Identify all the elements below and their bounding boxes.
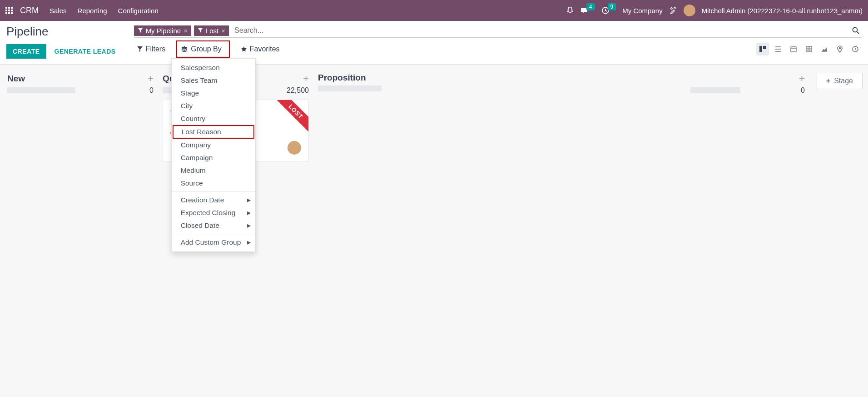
search-input[interactable] (232, 25, 847, 36)
column-value: 22,500 (283, 86, 309, 95)
list-view-button[interactable] (772, 43, 784, 55)
groupby-campaign[interactable]: Campaign (172, 151, 255, 164)
messages-badge: 4 (586, 3, 595, 10)
chip-label: Lost (206, 27, 218, 35)
divider (172, 191, 255, 192)
kanban-column-proposition: Proposition (316, 73, 407, 91)
divider (172, 234, 255, 234)
add-card-button[interactable]: + (303, 73, 309, 85)
groupby-country[interactable]: Country (172, 112, 255, 125)
activities-icon[interactable]: 9 (601, 6, 616, 15)
caret-right-icon: ▸ (247, 196, 251, 204)
filter-chip-lost[interactable]: Lost × (194, 25, 229, 36)
svg-rect-5 (11, 10, 13, 11)
groupby-button[interactable]: Group By (176, 40, 230, 58)
svg-rect-12 (763, 46, 766, 49)
pivot-view-button[interactable] (803, 43, 815, 55)
column-value: 0 (797, 86, 805, 95)
close-icon[interactable]: × (184, 27, 188, 35)
caret-right-icon: ▸ (247, 221, 251, 230)
svg-rect-13 (791, 47, 796, 52)
caret-right-icon: ▸ (247, 238, 251, 246)
add-card-button[interactable]: + (148, 73, 154, 85)
groupby-medium[interactable]: Medium (172, 164, 255, 177)
groupby-company[interactable]: Company (172, 139, 255, 151)
svg-rect-14 (806, 46, 812, 52)
page-title: Pipeline (6, 25, 116, 39)
nav-menu: Sales Reporting Configuration (50, 7, 159, 15)
map-view-button[interactable] (833, 43, 846, 55)
kanban-column-hidden: n + 0 (689, 73, 807, 93)
groupby-stage[interactable]: Stage (172, 87, 255, 100)
groupby-creation-date[interactable]: Creation Date ▸ (172, 194, 255, 206)
apps-icon[interactable] (5, 7, 13, 14)
svg-rect-8 (11, 12, 13, 14)
groupby-salesperson[interactable]: Salesperson (172, 61, 255, 74)
activity-view-button[interactable] (849, 43, 862, 55)
activities-badge: 9 (608, 3, 616, 10)
messages-icon[interactable]: 4 (580, 6, 595, 15)
nav-sales[interactable]: Sales (50, 7, 67, 15)
filter-row: Filters Group By Favorites Salesperson S… (134, 40, 862, 58)
svg-rect-3 (5, 10, 7, 11)
search-icon[interactable] (850, 25, 862, 36)
column-title: New (7, 74, 25, 84)
top-navbar: CRM Sales Reporting Configuration 4 9 My… (0, 0, 868, 21)
column-value: 0 (146, 86, 154, 95)
graph-view-button[interactable] (818, 43, 831, 55)
search-bar: My Pipeline × Lost × (134, 25, 862, 38)
groupby-sales-team[interactable]: Sales Team (172, 74, 255, 87)
filter-chip-my-pipeline[interactable]: My Pipeline × (134, 25, 191, 36)
user-name[interactable]: Mitchell Admin (20222372-16-0-all.runbot… (702, 7, 863, 15)
create-button[interactable]: CREATE (6, 44, 46, 59)
svg-rect-2 (11, 7, 13, 9)
svg-point-10 (853, 28, 858, 32)
groupby-lost-reason[interactable]: Lost Reason (173, 125, 254, 139)
add-card-button[interactable]: + (799, 73, 805, 85)
tools-icon[interactable] (669, 6, 677, 15)
calendar-view-button[interactable] (787, 43, 800, 55)
chip-label: My Pipeline (146, 27, 181, 35)
nav-configuration[interactable]: Configuration (118, 7, 159, 15)
company-switcher[interactable]: My Company (622, 7, 662, 15)
kanban-column-new: New + 0 (5, 73, 155, 93)
groupby-source[interactable]: Source (172, 177, 255, 190)
svg-rect-6 (5, 12, 7, 14)
app-name[interactable]: CRM (20, 6, 39, 15)
favorites-button[interactable]: Favorites (238, 43, 283, 55)
svg-point-15 (839, 48, 841, 49)
generate-leads-button[interactable]: GENERATE LEADS (55, 48, 116, 55)
nav-reporting[interactable]: Reporting (78, 7, 107, 15)
kanban-view-button[interactable] (756, 43, 769, 55)
add-custom-group[interactable]: Add Custom Group ▸ (172, 236, 255, 249)
groupby-expected-closing[interactable]: Expected Closing ▸ (172, 206, 255, 219)
filters-button[interactable]: Filters (134, 43, 169, 55)
avatar[interactable] (684, 5, 695, 16)
add-stage-column: + Stage (817, 73, 863, 89)
svg-rect-7 (8, 12, 10, 14)
svg-rect-0 (5, 7, 7, 9)
add-stage-button[interactable]: + Stage (817, 73, 863, 89)
close-icon[interactable]: × (221, 27, 225, 35)
column-title: Proposition (318, 73, 366, 83)
control-panel: Pipeline CREATE GENERATE LEADS My Pipeli… (0, 21, 868, 65)
groupby-dropdown: Salesperson Sales Team Stage City Countr… (171, 58, 256, 252)
view-switcher (756, 43, 862, 55)
caret-right-icon: ▸ (247, 209, 251, 217)
plus-icon: + (826, 77, 830, 85)
groupby-closed-date[interactable]: Closed Date ▸ (172, 219, 255, 232)
svg-rect-11 (759, 46, 762, 52)
svg-rect-4 (8, 10, 10, 11)
kanban-board: New + 0 Qualified + 22,500 LOST Quote fo… (0, 65, 868, 170)
svg-rect-1 (8, 7, 10, 9)
assignee-avatar[interactable] (288, 141, 301, 155)
groupby-city[interactable]: City (172, 100, 255, 112)
debug-icon[interactable] (566, 7, 574, 14)
